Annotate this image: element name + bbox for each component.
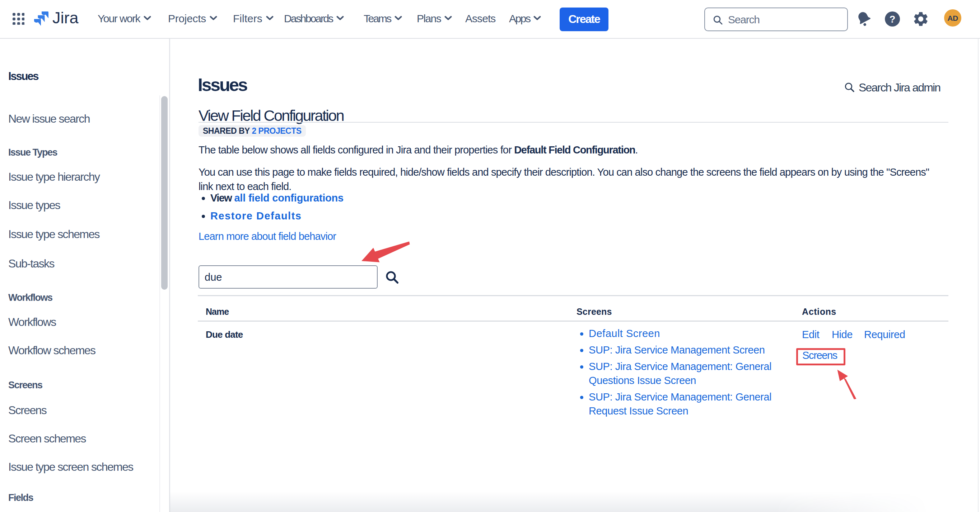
- svg-text:?: ?: [889, 14, 896, 25]
